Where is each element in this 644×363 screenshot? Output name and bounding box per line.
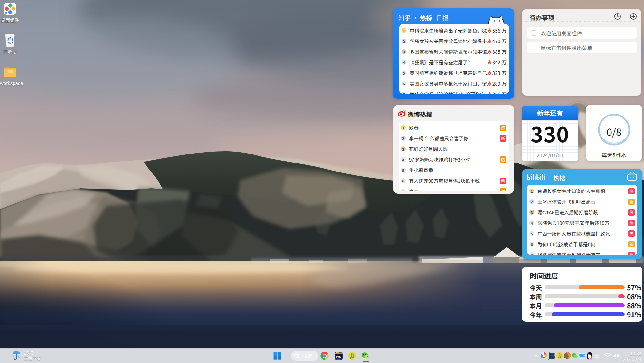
svg-text:WS: WS — [336, 355, 341, 358]
